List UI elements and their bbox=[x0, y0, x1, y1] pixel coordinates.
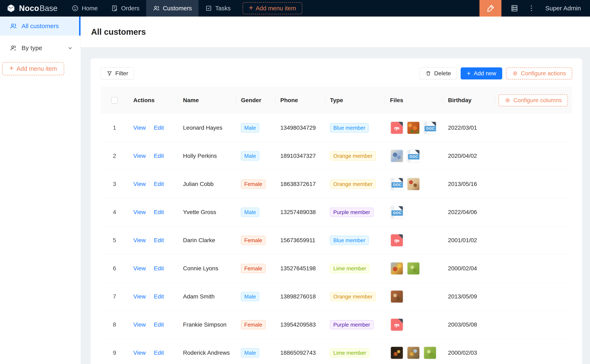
view-link[interactable]: View bbox=[133, 153, 146, 159]
edit-link[interactable]: Edit bbox=[154, 350, 164, 356]
link-divider bbox=[150, 322, 150, 328]
check-square-icon bbox=[205, 5, 212, 12]
view-link[interactable]: View bbox=[133, 237, 146, 244]
birthday-cell: 2003/05/08 bbox=[443, 321, 495, 328]
configure-actions-button[interactable]: Configure actions bbox=[506, 67, 572, 79]
column-header-files: Files bbox=[385, 87, 443, 114]
view-link[interactable]: View bbox=[133, 124, 146, 131]
nav-add-menu-item-button[interactable]: + Add menu item bbox=[243, 2, 302, 14]
type-tag: Purple member bbox=[330, 320, 373, 329]
nocobase-logo[interactable]: NocoBase bbox=[0, 4, 65, 13]
table-row: 9 View Edit Roderick Andrews Male 188650… bbox=[101, 339, 572, 364]
nav-item-customers[interactable]: Customers bbox=[146, 0, 199, 17]
ui-editor-button[interactable] bbox=[479, 0, 501, 17]
sidebar-item-all-customers[interactable]: All customers bbox=[0, 17, 80, 36]
row-index: 5 bbox=[101, 237, 128, 244]
gender-cell: Male bbox=[236, 123, 275, 132]
row-index: 1 bbox=[101, 124, 128, 131]
configure-columns-button[interactable]: Configure columns bbox=[498, 94, 568, 106]
nav-item-label: Home bbox=[82, 5, 98, 12]
edit-link[interactable]: Edit bbox=[154, 124, 164, 131]
files-cell bbox=[385, 318, 443, 332]
view-link[interactable]: View bbox=[133, 350, 146, 356]
edit-link[interactable]: Edit bbox=[154, 181, 164, 187]
birthday-cell: 2022/03/01 bbox=[443, 124, 495, 131]
row-index: 4 bbox=[101, 209, 128, 215]
user-menu[interactable]: Super Admin bbox=[545, 5, 581, 12]
ellipsis-vertical-icon bbox=[527, 4, 535, 12]
sidebar-add-menu-item-button[interactable]: + Add menu item bbox=[2, 62, 64, 75]
doc-file-icon[interactable]: DOC bbox=[407, 149, 420, 163]
delete-button[interactable]: Delete bbox=[419, 67, 457, 79]
type-tag: Lime member bbox=[330, 264, 370, 273]
highlighter-pen-icon bbox=[486, 4, 495, 13]
link-divider bbox=[150, 209, 150, 215]
pdf-file-icon[interactable] bbox=[390, 234, 404, 247]
add-new-button[interactable]: + Add new bbox=[461, 67, 502, 79]
gender-cell: Female bbox=[236, 320, 275, 329]
view-link[interactable]: View bbox=[133, 293, 146, 300]
gender-tag: Male bbox=[241, 123, 259, 132]
filter-button[interactable]: Filter bbox=[101, 67, 134, 79]
phone-cell: 18865092743 bbox=[275, 350, 325, 356]
nav-item-home[interactable]: Home bbox=[65, 0, 104, 17]
view-link[interactable]: View bbox=[133, 181, 146, 187]
image-thumbnail-food-plate[interactable] bbox=[407, 177, 420, 191]
name-cell: Yvette Gross bbox=[178, 209, 236, 215]
more-menu[interactable] bbox=[527, 4, 535, 12]
pdf-file-icon[interactable] bbox=[390, 121, 404, 135]
birthday-cell: 2000/02/03 bbox=[443, 350, 495, 356]
edit-link[interactable]: Edit bbox=[154, 237, 164, 244]
link-divider bbox=[150, 350, 150, 356]
plus-icon: + bbox=[467, 70, 471, 77]
column-header-birthday: Birthday bbox=[443, 87, 495, 114]
edit-link[interactable]: Edit bbox=[154, 293, 164, 300]
collections-tool[interactable] bbox=[510, 4, 518, 12]
files-cell: DOC bbox=[385, 177, 443, 191]
people-icon bbox=[153, 5, 160, 12]
nav-item-orders[interactable]: Orders bbox=[104, 0, 146, 17]
sidebar-add-label: Add menu item bbox=[17, 65, 57, 72]
image-thumbnail-green-grapes[interactable] bbox=[407, 262, 420, 275]
row-actions: View Edit bbox=[128, 237, 178, 244]
name-cell: Adam Smith bbox=[178, 293, 236, 300]
view-link[interactable]: View bbox=[133, 321, 146, 328]
files-cell bbox=[385, 346, 443, 360]
image-thumbnail-fruit-2[interactable] bbox=[407, 346, 420, 360]
column-header-gender: Gender bbox=[236, 87, 275, 114]
doc-file-icon[interactable]: DOC bbox=[390, 177, 404, 191]
edit-link[interactable]: Edit bbox=[154, 153, 164, 159]
table-row: 4 View Edit Yvette Gross Male 1325748903… bbox=[101, 198, 572, 226]
image-thumbnail-green-grapes[interactable] bbox=[423, 346, 437, 360]
doc-file-icon[interactable]: DOC bbox=[390, 205, 404, 219]
select-all-checkbox[interactable] bbox=[111, 97, 118, 104]
view-link[interactable]: View bbox=[133, 265, 146, 272]
chevron-down-icon[interactable] bbox=[67, 45, 73, 51]
image-thumbnail-fruit[interactable] bbox=[390, 262, 404, 275]
link-divider bbox=[150, 125, 150, 131]
phone-cell: 13527645198 bbox=[275, 265, 325, 272]
edit-link[interactable]: Edit bbox=[154, 321, 164, 328]
smiley-icon bbox=[72, 5, 79, 12]
nav-item-label: Orders bbox=[121, 5, 139, 12]
phone-cell: 13498034729 bbox=[275, 124, 325, 131]
image-thumbnail-orange-flowers[interactable] bbox=[407, 121, 420, 135]
image-thumbnail-dark-fruit[interactable] bbox=[390, 346, 404, 360]
sidebar-item-by-type[interactable]: By type bbox=[0, 39, 80, 58]
cube-logo-icon bbox=[6, 4, 16, 13]
column-header-configure: Configure columns bbox=[495, 87, 572, 114]
image-thumbnail-food-2[interactable] bbox=[390, 290, 404, 303]
image-thumbnail-blue-flowers[interactable] bbox=[390, 149, 404, 163]
doc-file-icon[interactable]: DOC bbox=[423, 121, 437, 135]
edit-link[interactable]: Edit bbox=[154, 209, 164, 215]
gender-tag: Male bbox=[241, 292, 259, 301]
nav-item-tasks[interactable]: Tasks bbox=[199, 0, 237, 17]
pdf-file-icon[interactable] bbox=[390, 318, 404, 332]
nav-item-label: Customers bbox=[163, 5, 192, 12]
gender-cell: Female bbox=[236, 180, 275, 188]
view-link[interactable]: View bbox=[133, 209, 146, 215]
gender-tag: Female bbox=[241, 236, 265, 245]
edit-link[interactable]: Edit bbox=[154, 265, 164, 272]
link-divider bbox=[150, 181, 150, 187]
column-header-name: Name bbox=[178, 87, 236, 114]
